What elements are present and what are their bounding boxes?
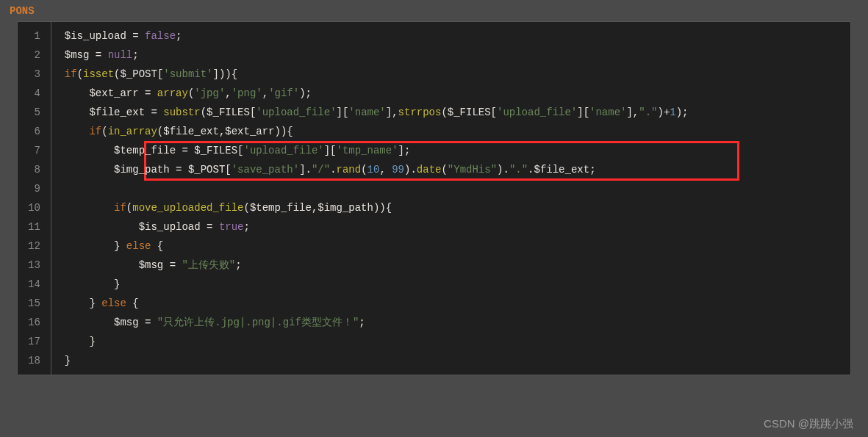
line-number: 8: [18, 160, 51, 179]
line-number-gutter: 123456789101112131415161718: [18, 22, 51, 375]
line-number: 17: [18, 332, 51, 351]
line-number: 11: [18, 217, 51, 236]
code-line: if(isset($_POST['submit'])){: [51, 65, 850, 84]
code-line: $is_upload = true;: [51, 217, 850, 236]
code-line: }: [51, 275, 850, 294]
page-title: PONS: [4, 4, 864, 18]
code-line: $msg = "上传失败";: [51, 256, 850, 275]
line-number: 18: [18, 351, 51, 370]
line-number: 2: [18, 46, 51, 65]
code-line: if(move_uploaded_file($temp_file,$img_pa…: [51, 198, 850, 217]
code-line: } else {: [51, 236, 850, 256]
line-number: 3: [18, 65, 51, 84]
code-block: 123456789101112131415161718 $is_upload =…: [17, 21, 851, 375]
line-number: 4: [18, 84, 51, 103]
code-line: $msg = "只允许上传.jpg|.png|.gif类型文件！";: [51, 313, 850, 332]
code-line: $img_path = $_POST['save_path']."/".rand…: [51, 160, 850, 179]
line-number: 12: [18, 236, 51, 256]
line-number: 9: [18, 179, 51, 198]
code-line: $file_ext = substr($_FILES['upload_file'…: [51, 103, 850, 122]
line-number: 1: [18, 26, 51, 46]
line-number: 16: [18, 313, 51, 332]
code-line: $is_upload = false;: [51, 26, 850, 46]
line-number: 7: [18, 141, 51, 160]
code-area: $is_upload = false;$msg = null;if(isset(…: [51, 22, 850, 375]
code-line: $ext_arr = array('jpg','png','gif');: [51, 84, 850, 103]
line-number: 10: [18, 198, 51, 217]
line-number: 6: [18, 122, 51, 141]
line-number: 5: [18, 103, 51, 122]
code-line: } else {: [51, 294, 850, 313]
code-line: }: [51, 332, 850, 351]
line-number: 14: [18, 275, 51, 294]
watermark: CSDN @跳跳小强: [764, 417, 853, 431]
line-number: 13: [18, 256, 51, 275]
code-line: if(in_array($file_ext,$ext_arr)){: [51, 122, 850, 141]
code-line: $temp_file = $_FILES['upload_file']['tmp…: [51, 141, 850, 160]
line-number: 15: [18, 294, 51, 313]
code-line: $msg = null;: [51, 46, 850, 65]
code-line: }: [51, 351, 850, 370]
code-line: [51, 179, 850, 198]
